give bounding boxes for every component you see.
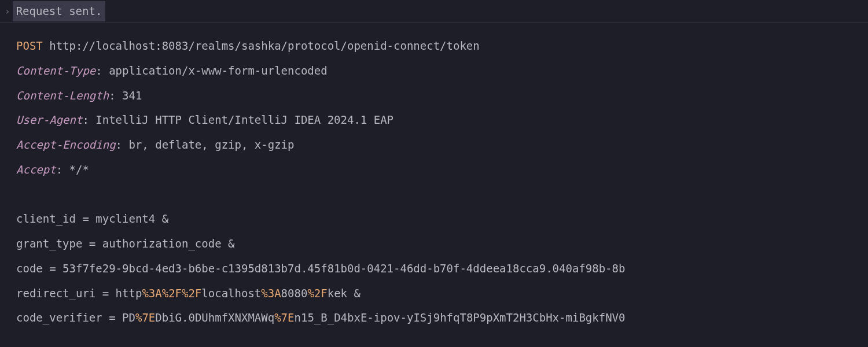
- param-value: PD: [122, 311, 135, 324]
- header-name: Content-Type: [16, 64, 95, 77]
- header-value: IntelliJ HTTP Client/IntelliJ IDEA 2024.…: [95, 113, 393, 126]
- header-line: User-Agent: IntelliJ HTTP Client/Intelli…: [16, 108, 852, 132]
- request-line: POST http://localhost:8083/realms/sashka…: [16, 34, 852, 58]
- header-separator: :: [82, 113, 95, 126]
- header-line: Accept-Encoding: br, deflate, gzip, x-gz…: [16, 132, 852, 157]
- param-value-encoded: %3A: [261, 287, 281, 300]
- body-param-line: grant_type = authorization_code &: [16, 231, 852, 256]
- body-param-line: code = 53f7fe29-9bcd-4ed3-b6be-c1395d813…: [16, 256, 852, 281]
- body-param-line: client_id = myclient4 &: [16, 206, 852, 231]
- header-separator: :: [109, 89, 122, 102]
- chevron-right-icon: ›: [5, 4, 10, 19]
- header-separator: :: [56, 163, 69, 176]
- param-equals: =: [95, 287, 115, 300]
- status-text: Request sent.: [13, 1, 106, 21]
- param-value: myclient4: [95, 212, 155, 225]
- param-value-encoded: %7E: [135, 311, 155, 324]
- header-name: Content-Length: [16, 89, 109, 102]
- header-value: application/x-www-form-urlencoded: [109, 64, 328, 77]
- header-value: 341: [122, 89, 142, 102]
- http-method: POST: [16, 39, 43, 52]
- param-value-encoded: %7E: [274, 311, 294, 324]
- header-name: Accept-Encoding: [16, 138, 116, 151]
- param-value-encoded: %3A%2F%2F: [142, 287, 201, 300]
- body-param-line: code_verifier = PD%7EDbiG.0DUhmfXNXMAWq%…: [16, 305, 852, 330]
- param-value: authorization_code: [102, 237, 222, 250]
- param-value: 53f7fe29-9bcd-4ed3-b6be-c1395d813b7d.45f…: [62, 262, 625, 275]
- param-key: client_id: [16, 212, 76, 225]
- param-equals: =: [102, 311, 122, 324]
- param-equals: =: [43, 262, 62, 275]
- param-key: code: [16, 262, 43, 275]
- param-value: n15_B_D4bxE-ipov-yISj9hfqT8P9pXmT2H3CbHx…: [295, 311, 626, 324]
- param-ampersand: &: [347, 287, 361, 300]
- status-bar: › Request sent.: [0, 0, 868, 23]
- blank-line: [16, 182, 852, 207]
- param-key: code_verifier: [16, 311, 102, 324]
- param-ampersand: &: [155, 212, 168, 225]
- body-param-line: redirect_uri = http%3A%2F%2Flocalhost%3A…: [16, 281, 852, 306]
- header-name: User-Agent: [16, 113, 82, 126]
- header-separator: :: [116, 138, 129, 151]
- param-value: DbiG.0DUhmfXNXMAWq: [155, 311, 274, 324]
- request-content: POST http://localhost:8083/realms/sashka…: [0, 23, 868, 341]
- request-url: http://localhost:8083/realms/sashka/prot…: [49, 39, 480, 52]
- header-name: Accept: [16, 163, 56, 176]
- param-equals: =: [82, 237, 102, 250]
- header-separator: :: [95, 64, 109, 77]
- param-value-encoded: %2F: [307, 287, 327, 300]
- param-value: http: [116, 287, 142, 300]
- header-line: Content-Length: 341: [16, 83, 852, 108]
- header-line: Content-Type: application/x-www-form-url…: [16, 58, 852, 83]
- param-value: localhost: [201, 287, 261, 300]
- param-key: grant_type: [16, 237, 82, 250]
- param-equals: =: [76, 212, 95, 225]
- param-key: redirect_uri: [16, 287, 95, 300]
- header-value: br, deflate, gzip, x-gzip: [128, 138, 294, 151]
- param-value: 8080: [281, 287, 308, 300]
- header-value: */*: [69, 163, 89, 176]
- header-line: Accept: */*: [16, 157, 852, 182]
- param-value: kek: [328, 287, 347, 300]
- param-ampersand: &: [222, 237, 235, 250]
